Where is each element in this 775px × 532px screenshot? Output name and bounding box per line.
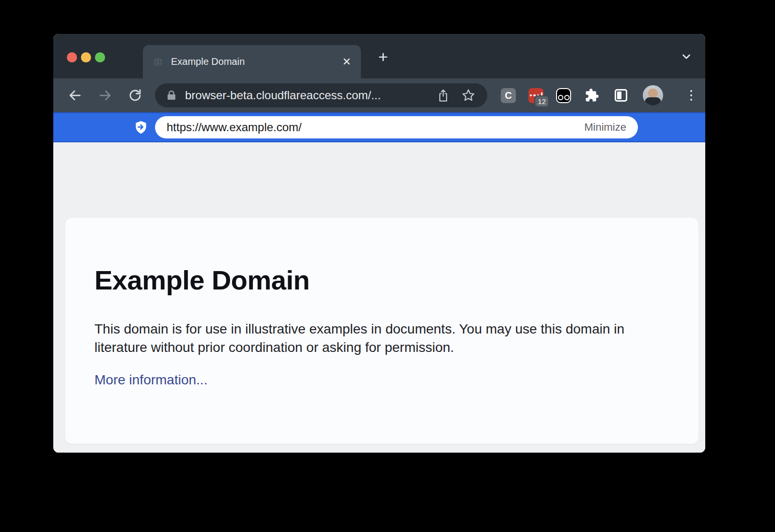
extension-c-button[interactable]: C (501, 88, 516, 103)
back-button[interactable] (64, 84, 86, 106)
browser-window: Example Domain ✕ + (53, 34, 705, 453)
isolated-url-field[interactable]: https://www.example.com/ Minimize (155, 116, 638, 138)
close-window-button[interactable] (67, 52, 77, 62)
back-arrow-icon (68, 88, 82, 103)
browser-menu-button[interactable] (686, 90, 696, 101)
plus-icon: + (378, 47, 388, 66)
password-manager-extension-button[interactable]: 12 (528, 88, 543, 103)
puzzle-icon (585, 88, 599, 103)
minimize-bar-button[interactable]: Minimize (584, 121, 626, 134)
tab-title: Example Domain (171, 56, 245, 67)
reload-button[interactable] (124, 84, 146, 106)
two-circles-icon (558, 95, 570, 100)
extensions-menu-button[interactable] (584, 87, 600, 104)
bookmark-button[interactable] (460, 87, 477, 104)
zoom-window-button[interactable] (95, 52, 105, 62)
tab-search-button[interactable] (680, 50, 693, 63)
isolated-url-text: https://www.example.com/ (167, 121, 302, 134)
extension-badge: 12 (535, 96, 548, 106)
avatar-shoulders (645, 97, 661, 106)
browser-toolbar: browser-beta.cloudflareaccess.com/... C … (53, 78, 705, 112)
page-paragraph: This domain is for use in illustrative e… (94, 320, 651, 357)
example-domain-card: Example Domain This domain is for use in… (65, 218, 698, 444)
page-title: Example Domain (94, 264, 669, 296)
forward-arrow-icon (98, 88, 112, 103)
new-tab-button[interactable]: + (372, 46, 394, 68)
tab-example-domain[interactable]: Example Domain ✕ (143, 45, 361, 78)
forward-button[interactable] (94, 84, 116, 106)
avatar-head (648, 89, 658, 98)
isolation-url-bar: https://www.example.com/ Minimize (53, 112, 705, 142)
globe-favicon-icon (153, 57, 163, 67)
minimize-window-button[interactable] (81, 52, 91, 62)
address-bar-url: browser-beta.cloudflareaccess.com/... (185, 89, 381, 102)
page-viewport: Example Domain This domain is for use in… (53, 142, 705, 453)
more-information-link[interactable]: More information... (94, 372, 207, 388)
tab-strip: Example Domain ✕ + (53, 34, 705, 78)
profile-avatar[interactable] (643, 85, 663, 106)
side-panel-button[interactable] (613, 87, 629, 104)
share-button[interactable] (435, 87, 451, 104)
goggles-extension-button[interactable] (556, 88, 571, 103)
extensions-row: C 12 (501, 85, 696, 106)
star-icon (461, 88, 476, 103)
side-panel-icon (615, 89, 627, 102)
extension-c-label: C (505, 90, 512, 101)
chevron-down-icon (680, 50, 693, 63)
share-icon (436, 89, 450, 102)
kebab-menu-icon (690, 94, 693, 97)
lock-icon (166, 90, 177, 101)
address-bar[interactable]: browser-beta.cloudflareaccess.com/... (155, 83, 487, 107)
window-controls (67, 52, 105, 62)
shield-arrow-icon (134, 120, 148, 135)
kebab-menu-icon (690, 99, 693, 101)
tab-close-icon[interactable]: ✕ (342, 57, 351, 67)
reload-icon (128, 88, 142, 103)
kebab-menu-icon (690, 90, 693, 92)
